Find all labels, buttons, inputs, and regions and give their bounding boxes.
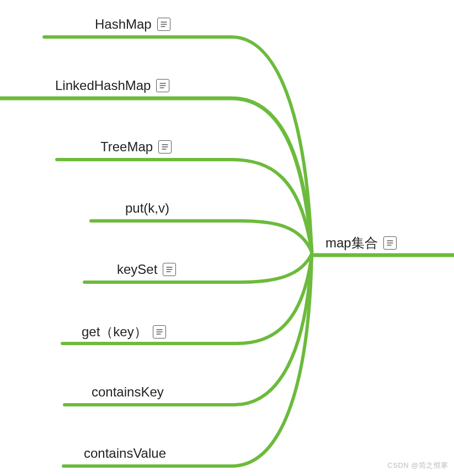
child-node-treemap[interactable]: TreeMap (100, 139, 172, 155)
node-label: put(k,v) (125, 200, 169, 216)
node-label: LinkedHashMap (55, 78, 151, 93)
child-node-containsvalue[interactable]: containsValue (84, 446, 166, 461)
root-node[interactable]: map集合 (325, 234, 397, 252)
note-icon[interactable] (156, 79, 169, 92)
child-node-hashmap[interactable]: HashMap (95, 17, 170, 32)
node-label: containsKey (92, 384, 164, 400)
child-node-put[interactable]: put(k,v) (125, 200, 169, 216)
note-icon[interactable] (153, 325, 166, 339)
node-label: containsValue (84, 446, 166, 461)
note-icon[interactable] (157, 18, 170, 31)
note-icon[interactable] (383, 236, 397, 250)
child-node-linkedhashmap[interactable]: LinkedHashMap (55, 78, 169, 93)
child-node-get[interactable]: get（key） (82, 323, 166, 341)
node-label: HashMap (95, 17, 152, 32)
node-label: keySet (117, 262, 157, 277)
child-node-keyset[interactable]: keySet (117, 262, 176, 277)
mindmap-canvas: { "root": { "label": "map集合", "has_note"… (0, 0, 454, 476)
node-label: TreeMap (100, 139, 153, 155)
node-label: get（key） (82, 323, 147, 341)
note-icon[interactable] (163, 263, 176, 276)
watermark-text: CSDN @简之恨寒 (387, 461, 448, 470)
note-icon[interactable] (158, 140, 172, 154)
root-label: map集合 (325, 234, 378, 252)
child-node-containskey[interactable]: containsKey (92, 384, 164, 400)
